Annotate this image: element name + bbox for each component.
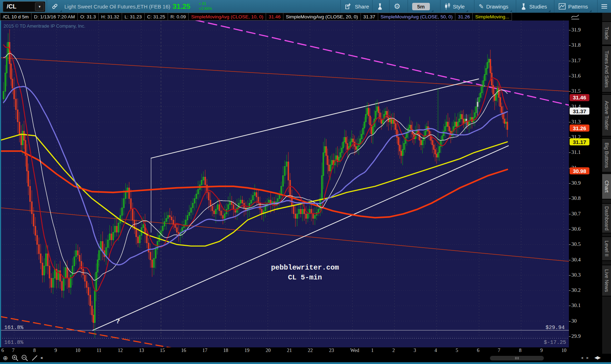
sidebar-tab-level-ii[interactable]: Level II	[602, 236, 611, 261]
timeframe-button[interactable]: 5m	[408, 0, 434, 13]
candle-body	[45, 254, 47, 266]
candle-body	[79, 255, 80, 261]
status-segment[interactable]: SimpleMovingAvg (CLOSE, 50, 0)	[378, 13, 456, 21]
thinkorswim-window: /CL ▼ Light Sweet Crude Oil Futures,ETH …	[0, 0, 611, 364]
candle-body	[282, 175, 284, 186]
candle-body	[437, 152, 439, 157]
expand-scroll-icon[interactable]: ◀▶	[594, 355, 600, 360]
resistance-orange-lower[interactable]	[0, 208, 569, 261]
candle-body	[227, 205, 229, 209]
sidebar-tab-trade[interactable]: Trade	[602, 21, 611, 45]
fold-corner	[589, 10, 592, 12]
drawings-button[interactable]: ✎ Drawings	[474, 0, 513, 13]
time-axis-label: 15	[160, 348, 165, 353]
top-toolbar: /CL ▼ Light Sweet Crude Oil Futures,ETH …	[0, 0, 611, 13]
zoom-in-icon[interactable]	[12, 354, 19, 362]
candle-body	[49, 266, 50, 278]
candle-body	[475, 107, 477, 113]
sidebar-tab-big-buttons[interactable]: Big Buttons	[602, 138, 611, 173]
sidebar-tab-dashboard[interactable]: Dashboard	[602, 203, 611, 233]
sidebar-tab-active-trader[interactable]: Active Trader	[602, 94, 611, 137]
candle-body	[166, 219, 167, 222]
candle-body	[307, 214, 309, 219]
trendline-tool-icon[interactable]	[31, 354, 38, 362]
status-segment[interactable]: SimpleMoving...	[473, 13, 512, 21]
candle-body	[344, 137, 345, 142]
candle-body	[118, 223, 119, 232]
candle-body	[155, 249, 156, 258]
price-axis-settings-icon[interactable]	[570, 14, 581, 20]
candle-body	[372, 127, 374, 134]
candle-body	[28, 171, 29, 186]
sidebar-tab-chart[interactable]: Chart	[602, 173, 611, 200]
SMA20[interactable]	[4, 53, 507, 281]
pan-right-icon[interactable]: ▸	[587, 355, 589, 360]
studies-button[interactable]: Studies	[516, 0, 551, 13]
chart-text: ?	[116, 317, 120, 325]
candle-body	[298, 209, 300, 214]
menu-button[interactable]	[597, 0, 611, 13]
candle-body	[169, 215, 171, 217]
collapse-left-icon[interactable]: ◂	[40, 355, 42, 360]
status-segment[interactable]: /CL 10 d 5m	[0, 13, 31, 21]
candle-body	[10, 64, 12, 79]
candle-body	[196, 194, 197, 198]
candle-body	[361, 134, 362, 139]
white-channel-upper[interactable]	[151, 79, 479, 158]
candle-body	[197, 189, 199, 194]
zoom-out-icon[interactable]	[21, 354, 28, 362]
price-axis[interactable]: 31.931.831.731.631.531.431.331.231.13130…	[569, 21, 602, 354]
status-segment[interactable]: R: 0.09	[168, 13, 189, 21]
status-segment[interactable]: SimpleMovingAvg (CLOSE, 20, 0)	[283, 13, 361, 21]
candle-body	[398, 137, 399, 145]
status-segment[interactable]: SimpleMovingAvg (CLOSE, 10, 0)	[189, 13, 266, 21]
pan-left-icon[interactable]: ◂	[581, 355, 583, 360]
candle-body	[162, 226, 163, 231]
sidebar-tab-live-news[interactable]: Live News	[602, 265, 611, 296]
share-button[interactable]: Share	[340, 0, 373, 13]
status-segment[interactable]: C: 31.25	[145, 13, 168, 21]
candle-body	[446, 122, 447, 127]
candle-body	[187, 215, 188, 220]
time-axis-label: 9	[540, 348, 543, 353]
style-button[interactable]: Style	[440, 0, 469, 13]
status-segment[interactable]: D: 1/13/16 7:20 AM	[31, 13, 78, 21]
candle-body	[289, 180, 291, 195]
horizontal-scrollbar-thumb[interactable]	[490, 356, 544, 360]
time-axis-label: 6	[1, 348, 4, 353]
candle-body	[447, 122, 449, 127]
status-segment[interactable]: 31.46	[266, 13, 283, 21]
status-segment[interactable]: O: 31.3	[78, 13, 99, 21]
time-axis-label: 23	[329, 348, 334, 353]
candle-body	[342, 142, 344, 148]
magenta-dashed-trendline[interactable]	[196, 21, 569, 105]
candle-body	[459, 119, 460, 122]
time-axis-label: 12	[118, 348, 123, 353]
settings-button[interactable]: ⚙	[389, 0, 405, 13]
status-segment[interactable]: 31.37	[361, 13, 378, 21]
symbol-value[interactable]: /CL	[3, 3, 35, 10]
status-segment[interactable]: 31.26	[455, 13, 473, 21]
candle-body	[150, 252, 151, 260]
status-segment[interactable]: H: 31.32	[99, 13, 122, 21]
price-chart-plot[interactable]: pebblewriter.comCL 5-min?161.8%$29.94161…	[0, 21, 569, 347]
SMA50[interactable]	[4, 87, 507, 265]
time-axis[interactable]: 678910111213151617181920212223Wed1234567…	[0, 347, 569, 354]
status-segment[interactable]: L: 31.23	[122, 13, 145, 21]
symbol-input[interactable]: /CL ▼	[3, 1, 45, 12]
candle-body	[94, 290, 96, 323]
price-tick	[569, 275, 571, 276]
sidebar-tab-times-and-sales[interactable]: Times And Sales	[602, 45, 611, 93]
gadget-sidebar: TradeTimes And SalesActive TraderBig But…	[602, 13, 611, 362]
onDemand-button[interactable]	[372, 0, 387, 13]
candle-body	[252, 196, 254, 200]
price-tick	[569, 152, 571, 153]
candle-body	[81, 261, 82, 269]
candle-body	[456, 122, 457, 127]
symbol-dropdown-icon[interactable]: ▼	[35, 2, 44, 11]
patterns-button[interactable]: Patterns	[554, 0, 592, 13]
link-button[interactable]	[47, 0, 63, 13]
price-tick-label: 30.6	[571, 226, 581, 232]
crosshair-tool-icon[interactable]: ⊕	[3, 354, 8, 362]
candle-body	[351, 139, 352, 142]
